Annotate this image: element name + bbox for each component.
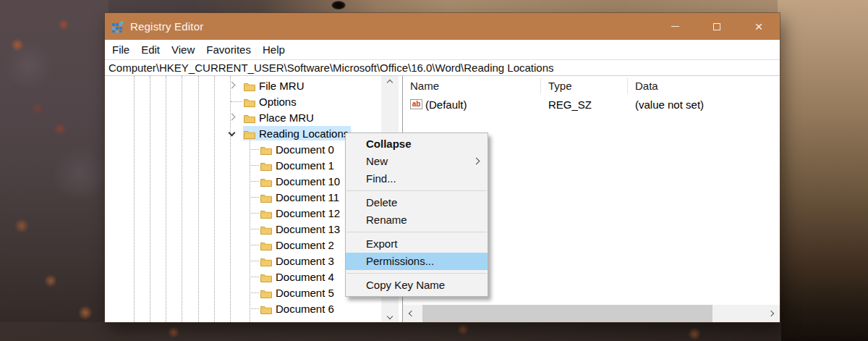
menu-item-label: New — [366, 155, 388, 167]
maximize-icon — [713, 23, 720, 30]
tree-item-label: Reading Locations — [259, 127, 349, 140]
folder-icon — [260, 304, 272, 313]
tree-connector — [250, 245, 259, 245]
folder-icon — [260, 193, 272, 202]
column-header-data[interactable]: Data — [628, 78, 773, 94]
menu-item-label: Find... — [366, 172, 396, 185]
menu-file[interactable]: File — [106, 41, 135, 59]
ctx-delete[interactable]: Delete — [346, 194, 488, 211]
minimize-button[interactable] — [654, 13, 696, 40]
folder-icon — [260, 272, 272, 282]
value-type: REG_SZ — [541, 98, 628, 111]
menu-item-label: Delete — [366, 196, 397, 209]
folder-icon — [260, 209, 272, 218]
scroll-left-button[interactable] — [403, 305, 420, 322]
scroll-down-button[interactable] — [381, 310, 399, 322]
address-bar[interactable]: Computer\HKEY_CURRENT_USER\Software\Micr… — [105, 59, 780, 76]
list-row[interactable]: ab(Default)REG_SZ(value not set) — [403, 96, 780, 112]
tree-item-file-mru[interactable]: File MRU — [105, 77, 402, 93]
ctx-permissions[interactable]: Permissions... — [346, 253, 488, 270]
titlebar[interactable]: Registry Editor × — [105, 13, 780, 40]
tree-connector — [250, 181, 259, 182]
menu-separator — [346, 190, 487, 191]
tree-item-label: Document 13 — [276, 223, 340, 235]
scroll-up-button[interactable] — [381, 76, 399, 88]
folder-icon — [260, 320, 272, 323]
tree-item-document-6[interactable]: Document 6 — [105, 300, 402, 316]
tree-item-label: Document 4 — [276, 271, 334, 283]
tree-item-options[interactable]: Options — [105, 93, 402, 109]
tree-item-label: Document 1 — [276, 159, 334, 172]
string-value-icon: ab — [410, 99, 422, 109]
chevron-right-icon — [768, 311, 774, 316]
tree-item-label: Document 6 — [276, 303, 334, 315]
tree-item-label: Document 0 — [276, 143, 334, 156]
list-header: NameTypeData — [403, 76, 780, 96]
folder-icon — [244, 113, 255, 122]
folder-icon — [260, 224, 272, 234]
ctx-export[interactable]: Export — [346, 235, 488, 253]
tree-item-label: Options — [259, 96, 297, 108]
menu-edit[interactable]: Edit — [135, 41, 166, 59]
ctx-collapse[interactable]: Collapse — [346, 135, 488, 153]
bear-eye — [327, 0, 350, 12]
tree-connector — [250, 229, 259, 230]
background-bear-head — [109, 0, 781, 13]
context-menu: CollapseNewFind...DeleteRenameExportPerm… — [345, 132, 488, 297]
tree-item-partial[interactable] — [105, 316, 402, 322]
chevron-down-icon — [387, 313, 393, 319]
ctx-rename[interactable]: Rename — [346, 211, 488, 229]
menu-view[interactable]: View — [166, 41, 200, 59]
tree-connector — [250, 149, 259, 150]
chevron-up-icon — [387, 79, 393, 85]
tree-connector — [231, 101, 242, 102]
submenu-arrow-icon — [473, 158, 480, 165]
close-button[interactable]: × — [738, 13, 780, 40]
tree-item-label: File MRU — [259, 80, 305, 92]
folder-icon — [244, 129, 255, 138]
collapse-icon[interactable] — [229, 130, 236, 137]
background-bushes-bottom — [0, 322, 781, 341]
chevron-left-icon — [409, 311, 414, 316]
menu-separator — [346, 232, 487, 232]
folder-icon — [260, 177, 272, 186]
scrollbar-track[interactable] — [420, 305, 762, 322]
value-data: (value not set) — [628, 98, 704, 111]
tree-item-place-mru[interactable]: Place MRU — [105, 109, 402, 125]
menu-separator — [346, 273, 487, 274]
expand-icon[interactable] — [229, 82, 236, 89]
tree-connector — [250, 197, 259, 198]
menu-item-label: Collapse — [366, 138, 412, 150]
menu-item-label: Rename — [366, 214, 407, 226]
tree-connector — [250, 213, 259, 214]
menu-item-label: Permissions... — [366, 255, 434, 267]
menu-help[interactable]: Help — [257, 41, 291, 59]
tree-connector — [250, 261, 259, 261]
tree-item-label: Document 2 — [276, 239, 334, 251]
background-bushes-left — [0, 0, 109, 341]
ctx-find[interactable]: Find... — [346, 170, 488, 188]
window-controls: × — [654, 13, 780, 40]
column-header-name[interactable]: Name — [403, 78, 541, 94]
ctx-new[interactable]: New — [346, 153, 488, 170]
menu-item-label: Copy Key Name — [366, 279, 445, 291]
tree-item-label: Document 5 — [276, 287, 334, 299]
minimize-icon — [671, 26, 679, 27]
folder-icon — [244, 97, 255, 106]
folder-icon — [244, 81, 255, 90]
menu-item-label: Export — [366, 237, 397, 250]
ctx-copy-key-name[interactable]: Copy Key Name — [346, 277, 488, 294]
column-header-type[interactable]: Type — [541, 78, 628, 94]
expand-icon[interactable] — [229, 114, 236, 121]
menu-bar: FileEditViewFavoritesHelp — [105, 40, 780, 59]
tree-connector — [250, 165, 259, 166]
maximize-button[interactable] — [696, 13, 738, 40]
registry-grid-icon — [111, 20, 124, 33]
list-horizontal-scrollbar[interactable] — [403, 305, 780, 322]
list-rows: ab(Default)REG_SZ(value not set) — [403, 96, 780, 112]
scrollbar-thumb[interactable] — [422, 305, 712, 322]
window-title: Registry Editor — [130, 20, 203, 33]
background-bear-fur-right — [778, 0, 868, 341]
scroll-right-button[interactable] — [762, 305, 780, 322]
menu-favorites[interactable]: Favorites — [200, 41, 257, 59]
